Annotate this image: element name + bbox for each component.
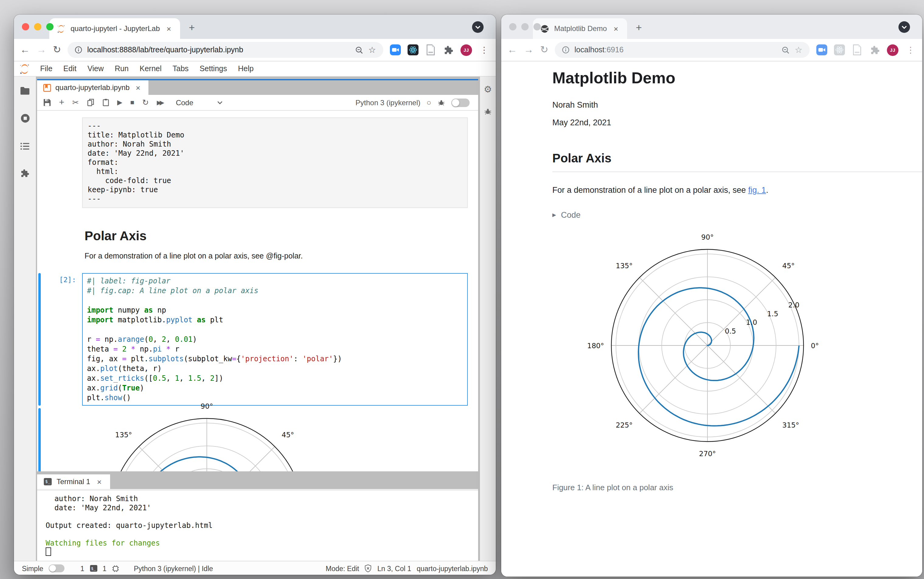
- reload-button[interactable]: ↻: [53, 45, 61, 55]
- forward-button[interactable]: →: [524, 45, 533, 55]
- cut-cells-button[interactable]: ✂: [72, 98, 79, 106]
- copy-cells-button[interactable]: [87, 98, 94, 106]
- terminal-tab[interactable]: $_ Terminal 1 ×: [37, 474, 110, 489]
- zoom-window-button[interactable]: [533, 23, 541, 30]
- back-button[interactable]: ←: [507, 45, 517, 55]
- browser-profile-avatar[interactable]: JJ: [461, 44, 472, 56]
- save-button[interactable]: [43, 98, 51, 106]
- terminal-tabbar: $_ Terminal 1 ×: [37, 474, 478, 489]
- debugger-toggle[interactable]: [451, 98, 469, 107]
- extension-manager-icon[interactable]: [20, 168, 30, 181]
- terminal-output[interactable]: author: Norah Smith date: 'May 22nd, 202…: [37, 489, 478, 561]
- new-tab-button[interactable]: +: [189, 22, 195, 39]
- menu-item-file[interactable]: File: [35, 64, 58, 73]
- raw-yaml-cell[interactable]: --- title: Matplotlib Demo author: Norah…: [82, 118, 468, 208]
- minimize-window-button[interactable]: [521, 23, 528, 30]
- kernel-count[interactable]: 1: [103, 565, 106, 572]
- address-bar[interactable]: localhost:8888/lab/tree/quarto-jupyterla…: [68, 42, 383, 58]
- react-devtools-extension-icon[interactable]: [407, 44, 419, 56]
- url-text: localhost:8888/lab/tree/quarto-jupyterla…: [87, 46, 351, 54]
- file-browser-icon[interactable]: [20, 87, 30, 97]
- debugger-bug-icon[interactable]: [437, 98, 445, 106]
- profile-menu-button[interactable]: [898, 21, 910, 33]
- browser-profile-avatar[interactable]: JJ: [887, 44, 898, 56]
- notebook-tabbar: quarto-jupyterlab.ipynb ×: [37, 80, 478, 95]
- code-fold-toggle[interactable]: ▶ Code: [552, 211, 922, 219]
- markdown-heading[interactable]: Polar Axis: [85, 229, 468, 243]
- menu-item-run[interactable]: Run: [109, 64, 134, 73]
- figure-crossref-link[interactable]: fig. 1: [748, 185, 766, 195]
- forward-button[interactable]: →: [36, 45, 46, 55]
- panel-splitter[interactable]: [37, 471, 478, 474]
- simple-mode-toggle[interactable]: [49, 564, 64, 572]
- debugger-sidebar-bug-icon[interactable]: [484, 107, 492, 118]
- close-notebook-tab-icon[interactable]: ×: [134, 83, 142, 92]
- menu-item-edit[interactable]: Edit: [58, 64, 82, 73]
- close-window-button[interactable]: [509, 23, 517, 30]
- menu-item-tabs[interactable]: Tabs: [167, 64, 194, 73]
- extensions-puzzle-icon[interactable]: [869, 44, 880, 56]
- code-editor[interactable]: #| label: fig-polar#| fig.cap: A line pl…: [82, 273, 468, 406]
- info-icon[interactable]: [563, 46, 570, 54]
- cell-collapser[interactable]: [38, 273, 41, 406]
- back-button[interactable]: ←: [20, 45, 30, 55]
- kernel-status-icon[interactable]: ○: [427, 98, 431, 106]
- table-of-contents-icon[interactable]: [20, 142, 30, 153]
- restart-kernel-button[interactable]: ↻: [142, 98, 149, 106]
- reload-button[interactable]: ↻: [540, 45, 548, 55]
- close-tab-icon[interactable]: ×: [612, 24, 620, 33]
- info-icon[interactable]: [75, 46, 82, 54]
- zoom-window-button[interactable]: [46, 23, 54, 30]
- execution-count-prompt: [2]:: [41, 273, 82, 406]
- document-extension-icon[interactable]: [425, 44, 436, 56]
- output-collapser[interactable]: [38, 408, 41, 471]
- document-extension-icon[interactable]: [852, 44, 863, 56]
- bookmark-star-icon[interactable]: ☆: [368, 45, 376, 55]
- kernel-status-text[interactable]: Python 3 (ipykernel) | Idle: [134, 565, 213, 572]
- cell-type-chevron-icon[interactable]: [217, 101, 222, 104]
- terminal-count[interactable]: 1: [80, 565, 84, 572]
- jupyterlab-statusbar: Simple 1 $_ 1 Python 3 (ipykernel) | Idl…: [14, 561, 496, 575]
- notebook-mode-indicator[interactable]: Mode: Edit: [326, 565, 359, 572]
- zoom-extension-icon[interactable]: [816, 44, 827, 56]
- extensions-puzzle-icon[interactable]: [443, 44, 454, 56]
- running-kernels-icon[interactable]: [20, 113, 30, 126]
- notebook-tab[interactable]: quarto-jupyterlab.ipynb ×: [37, 80, 148, 95]
- close-window-button[interactable]: [22, 23, 29, 30]
- restart-and-run-all-button[interactable]: ▶▶: [157, 99, 164, 106]
- markdown-paragraph[interactable]: For a demonstration of a line plot on a …: [85, 252, 468, 260]
- kernel-name-button[interactable]: Python 3 (ipykernel): [356, 98, 420, 107]
- zoom-extension-icon[interactable]: [390, 44, 401, 56]
- address-bar[interactable]: localhost:6916 ☆: [555, 42, 810, 58]
- new-tab-button[interactable]: +: [636, 22, 642, 39]
- polar-figure: 0°45°90°135°180°225°270°315°0.51.01.52.0…: [552, 224, 922, 492]
- close-tab-icon[interactable]: ×: [165, 24, 173, 33]
- paste-cells-button[interactable]: [102, 98, 109, 106]
- browser-menu-kebab-icon[interactable]: ⋮: [905, 45, 916, 55]
- cell-type-select[interactable]: Code: [176, 98, 193, 107]
- minimize-window-button[interactable]: [34, 23, 41, 30]
- menu-item-kernel[interactable]: Kernel: [134, 64, 167, 73]
- property-inspector-gear-icon[interactable]: ⚙: [484, 84, 492, 95]
- browser-tab-title: quarto-jupyterl - JupyterLab: [70, 25, 160, 33]
- add-cell-button[interactable]: +: [59, 97, 64, 106]
- browser-tab-matplotlib-demo[interactable]: Matplotlib Demo ×: [533, 18, 628, 39]
- browser-menu-kebab-icon[interactable]: ⋮: [479, 45, 490, 55]
- react-devtools-extension-icon[interactable]: [834, 44, 845, 56]
- profile-menu-button[interactable]: [472, 21, 484, 33]
- close-terminal-tab-icon[interactable]: ×: [95, 477, 103, 486]
- bookmark-star-icon[interactable]: ☆: [795, 45, 802, 55]
- browser-tab-jupyterlab[interactable]: quarto-jupyterl - JupyterLab ×: [49, 18, 180, 39]
- browser-tabstrip-left: quarto-jupyterl - JupyterLab × +: [14, 15, 496, 39]
- menu-item-help[interactable]: Help: [232, 64, 259, 73]
- cursor-position-indicator[interactable]: Ln 3, Col 1: [378, 565, 411, 572]
- interrupt-kernel-button[interactable]: ■: [130, 99, 134, 106]
- zoom-out-page-icon[interactable]: [782, 46, 790, 54]
- zoom-out-page-icon[interactable]: [356, 46, 363, 54]
- run-cell-button[interactable]: ▶: [117, 99, 122, 106]
- notebook-panel: quarto-jupyterlab.ipynb × + ✂: [37, 79, 478, 471]
- menu-item-settings[interactable]: Settings: [194, 64, 232, 73]
- menu-item-view[interactable]: View: [82, 64, 109, 73]
- statusbar-filename: quarto-jupyterlab.ipynb: [417, 565, 488, 572]
- svg-text:270°: 270°: [699, 450, 716, 458]
